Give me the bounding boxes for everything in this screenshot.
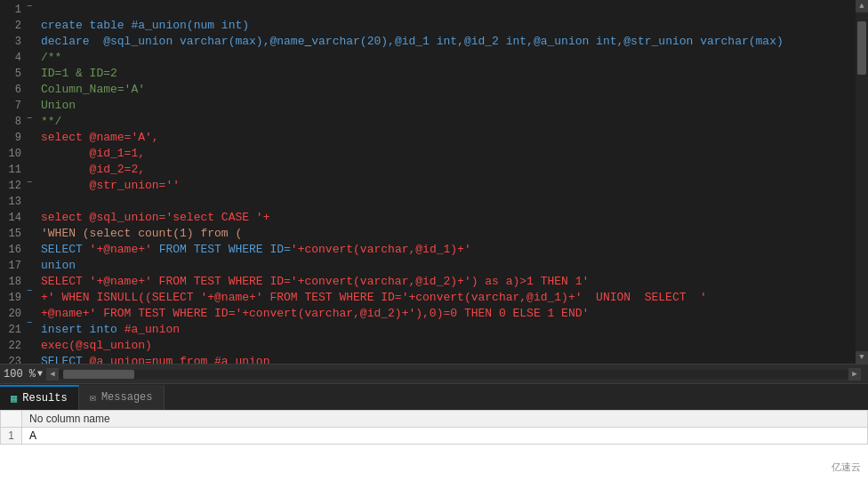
- code-line-11: @str_union='': [41, 179, 180, 192]
- vertical-scrollbar[interactable]: ▲ ▼: [856, 0, 868, 364]
- code-line-8: select @name='A',: [41, 131, 159, 144]
- code-line-20: insert into #a_union: [41, 323, 180, 336]
- results-tabs-bar: ▦ Results ✉ Messages: [0, 383, 868, 410]
- code-line-13: select @sql_union='select CASE '+: [41, 211, 269, 224]
- scroll-h-thumb[interactable]: [63, 370, 134, 379]
- horizontal-scroll-container: ◀ ▶: [46, 368, 861, 381]
- code-line-5: Column_Name='A': [41, 83, 145, 96]
- results-table-container: No column name 1 A: [0, 410, 868, 481]
- collapse-gutter: − − − − −: [25, 0, 37, 364]
- col-header-no-column-name: No column name: [22, 411, 868, 428]
- watermark: 亿速云: [832, 461, 861, 474]
- editor-area: 1 2 3 4 5 6 7 8 9 10 11 12 13 14 15 16 1…: [0, 0, 868, 383]
- results-area: No column name 1 A: [0, 410, 868, 481]
- scroll-left-arrow[interactable]: ◀: [46, 368, 59, 381]
- scroll-track[interactable]: [856, 12, 868, 351]
- code-line-12: [41, 195, 48, 208]
- scroll-h-track[interactable]: [59, 370, 848, 379]
- line-numbers: 1 2 3 4 5 6 7 8 9 10 11 12 13 14 15 16 1…: [0, 0, 25, 364]
- results-tab-icon: ▦: [11, 392, 17, 405]
- code-line-2: declare @sql_union varchar(max),@name va…: [41, 35, 784, 48]
- collapse-icon-5[interactable]: −: [27, 318, 32, 328]
- scroll-down-arrow[interactable]: ▼: [856, 351, 868, 364]
- results-tab-label: Results: [22, 392, 67, 405]
- results-table: No column name 1 A: [0, 410, 868, 445]
- tab-messages[interactable]: ✉ Messages: [79, 385, 165, 410]
- scroll-right-arrow[interactable]: ▶: [848, 368, 861, 381]
- zoom-control[interactable]: 100 % ▼: [4, 368, 43, 381]
- code-line-10: @id_2=2,: [41, 163, 145, 176]
- collapse-icon-3[interactable]: −: [27, 178, 32, 188]
- code-line-17: SELECT '+@name+' FROM TEST WHERE ID='+co…: [41, 275, 589, 288]
- collapse-icon-2[interactable]: −: [27, 114, 32, 124]
- zoom-level: 100 %: [4, 368, 36, 381]
- code-line-15: SELECT '+@name+' FROM TEST WHERE ID='+co…: [41, 243, 471, 256]
- status-bar: 100 % ▼ ◀ ▶: [0, 364, 868, 383]
- table-row: 1 A: [1, 428, 868, 445]
- code-line-1: create table #a_union(num int): [41, 19, 249, 32]
- collapse-icon-1[interactable]: −: [27, 2, 32, 12]
- code-line-4: ID=1 & ID=2: [41, 67, 117, 80]
- messages-tab-label: Messages: [101, 391, 153, 404]
- code-line-6: Union: [41, 99, 76, 112]
- tab-results[interactable]: ▦ Results: [0, 385, 79, 410]
- code-line-9: @id_1=1,: [41, 147, 145, 160]
- scroll-up-arrow[interactable]: ▲: [856, 0, 868, 12]
- code-line-19: +@name+' FROM TEST WHERE ID='+convert(va…: [41, 307, 589, 320]
- code-line-3: /**: [41, 51, 61, 64]
- messages-tab-icon: ✉: [90, 391, 96, 405]
- collapse-icon-4[interactable]: −: [27, 286, 32, 296]
- code-line-18: +' WHEN ISNULL((SELECT '+@name+' FROM TE…: [41, 291, 707, 304]
- code-editor[interactable]: create table #a_union(num int) declare @…: [37, 0, 856, 364]
- code-line-21: exec(@sql_union): [41, 339, 152, 352]
- zoom-dropdown-icon[interactable]: ▼: [37, 369, 43, 379]
- code-line-14: 'WHEN (select count(1) from (: [41, 227, 242, 240]
- scroll-thumb[interactable]: [857, 21, 866, 75]
- col-header-rownum: [1, 411, 22, 428]
- code-line-16: union: [41, 259, 76, 272]
- code-line-22: SELECT @a_union=num from #a_union: [41, 355, 269, 364]
- row-data-cell: A: [22, 428, 868, 445]
- code-line-7: **/: [41, 115, 61, 128]
- row-number-cell: 1: [1, 428, 22, 445]
- code-container: 1 2 3 4 5 6 7 8 9 10 11 12 13 14 15 16 1…: [0, 0, 868, 364]
